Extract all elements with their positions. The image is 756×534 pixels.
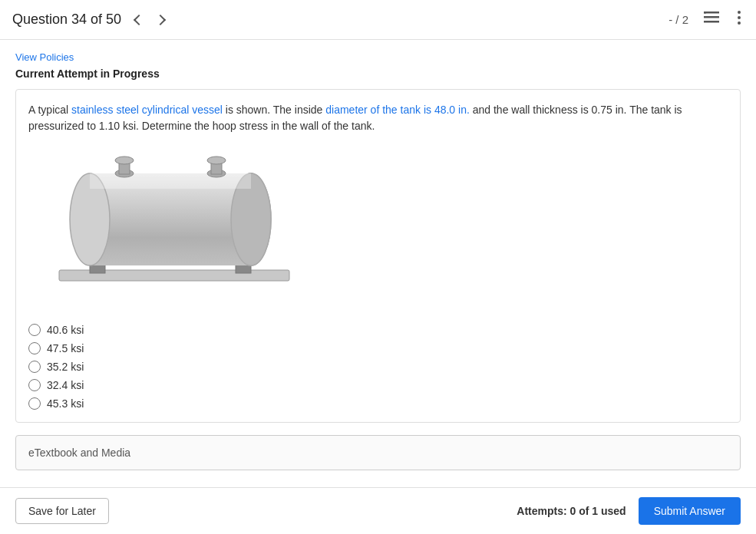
- choice-b-label: 47.5 ksi: [47, 342, 84, 354]
- list-icon-button[interactable]: [701, 8, 722, 31]
- svg-point-4: [738, 11, 741, 14]
- choice-c-label: 35.2 ksi: [47, 361, 84, 373]
- prev-button[interactable]: [130, 13, 147, 27]
- chevron-left-icon: [134, 14, 144, 25]
- question-text: A typical stainless steel cylindrical ve…: [28, 102, 728, 134]
- view-policies-link[interactable]: View Policies: [15, 51, 74, 63]
- choice-d-label: 32.4 ksi: [47, 379, 84, 391]
- next-button[interactable]: [152, 13, 169, 27]
- choice-a-label: 40.6 ksi: [47, 324, 84, 336]
- radio-c[interactable]: [28, 361, 41, 373]
- svg-point-6: [738, 21, 741, 25]
- choice-b[interactable]: 47.5 ksi: [28, 342, 728, 354]
- list-icon: [704, 12, 719, 24]
- choice-d[interactable]: 32.4 ksi: [28, 379, 728, 391]
- submit-answer-button[interactable]: Submit Answer: [639, 497, 741, 525]
- radio-e[interactable]: [28, 397, 41, 410]
- score-display: - / 2: [669, 13, 688, 26]
- highlight-diameter: diameter of the tank is 48.0 in.: [325, 104, 470, 116]
- tank-image: [44, 145, 305, 298]
- more-icon: [738, 11, 741, 25]
- header: Question 34 of 50 - / 2: [0, 0, 756, 40]
- radio-a[interactable]: [28, 324, 41, 336]
- header-right: - / 2: [669, 8, 744, 31]
- question-box: A typical stainless steel cylindrical ve…: [15, 89, 741, 423]
- highlight-stainless: stainless steel cylindrical vessel: [71, 104, 223, 116]
- svg-rect-3: [704, 12, 706, 14]
- etextbook-section[interactable]: eTextbook and Media: [15, 435, 741, 470]
- answer-choices: 40.6 ksi 47.5 ksi 35.2 ksi 32.4 ksi 45.3…: [28, 324, 728, 410]
- chevron-right-icon: [155, 14, 166, 25]
- svg-point-17: [115, 157, 134, 164]
- svg-rect-2: [704, 21, 719, 23]
- svg-rect-14: [90, 173, 251, 189]
- content-area: View Policies Current Attempt in Progres…: [0, 40, 756, 487]
- choice-e[interactable]: 45.3 ksi: [28, 397, 728, 410]
- attempt-status: Current Attempt in Progress: [15, 68, 741, 80]
- save-later-button[interactable]: Save for Later: [15, 498, 109, 524]
- svg-point-20: [207, 157, 226, 164]
- choice-e-label: 45.3 ksi: [47, 397, 84, 410]
- radio-b[interactable]: [28, 342, 41, 354]
- footer: Save for Later Attempts: 0 of 1 used Sub…: [0, 487, 756, 534]
- main-container: Question 34 of 50 - / 2: [0, 0, 756, 534]
- choice-a[interactable]: 40.6 ksi: [28, 324, 728, 336]
- more-options-button[interactable]: [735, 8, 744, 31]
- svg-rect-1: [704, 16, 719, 18]
- svg-point-5: [738, 16, 741, 19]
- attempts-display: Attempts: 0 of 1 used: [517, 505, 626, 517]
- radio-d[interactable]: [28, 379, 41, 391]
- question-counter: Question 34 of 50: [12, 12, 121, 28]
- choice-c[interactable]: 35.2 ksi: [28, 361, 728, 373]
- footer-right: Attempts: 0 of 1 used Submit Answer: [517, 497, 741, 525]
- etextbook-label: eTextbook and Media: [28, 447, 130, 459]
